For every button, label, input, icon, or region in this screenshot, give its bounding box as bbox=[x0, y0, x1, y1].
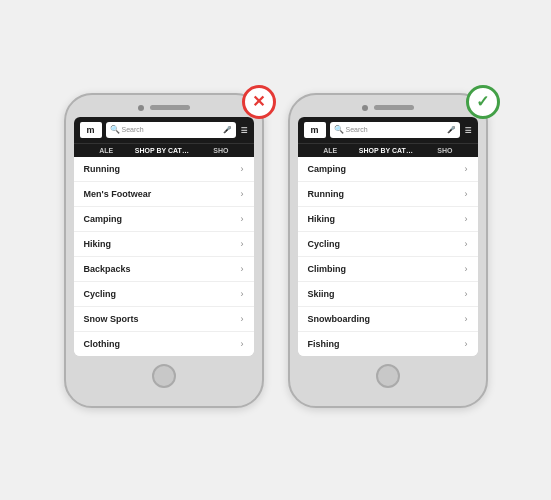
phone-bad: m 🔍 Search 🎤 ≡ALESHOP BY CATEGORYSHORunn… bbox=[64, 93, 264, 408]
category-name: Hiking bbox=[308, 214, 336, 224]
category-name: Camping bbox=[84, 214, 123, 224]
chevron-right-icon: › bbox=[465, 264, 468, 274]
category-list: Camping›Running›Hiking›Cycling›Climbing›… bbox=[298, 157, 478, 356]
list-item[interactable]: Camping› bbox=[74, 207, 254, 232]
chevron-right-icon: › bbox=[241, 339, 244, 349]
chevron-right-icon: › bbox=[465, 289, 468, 299]
list-item[interactable]: Hiking› bbox=[74, 232, 254, 257]
category-name: Backpacks bbox=[84, 264, 131, 274]
list-item[interactable]: Running› bbox=[74, 157, 254, 182]
list-item[interactable]: Snowboarding› bbox=[298, 307, 478, 332]
list-item[interactable]: Camping› bbox=[298, 157, 478, 182]
chevron-right-icon: › bbox=[465, 339, 468, 349]
badge-bad: ✕ bbox=[242, 85, 276, 119]
chevron-right-icon: › bbox=[241, 264, 244, 274]
search-box[interactable]: 🔍 Search 🎤 bbox=[330, 122, 461, 138]
top-navbar: m 🔍 Search 🎤 ≡ bbox=[298, 117, 478, 143]
phone-top bbox=[298, 105, 478, 111]
chevron-right-icon: › bbox=[241, 314, 244, 324]
mic-icon: 🎤 bbox=[447, 126, 456, 134]
phone-wrapper-bad: ✕m 🔍 Search 🎤 ≡ALESHOP BY CATEGORYSHORun… bbox=[64, 93, 264, 408]
brand-logo: m bbox=[80, 122, 102, 138]
category-name: Fishing bbox=[308, 339, 340, 349]
category-name: Cycling bbox=[84, 289, 117, 299]
phone-screen: m 🔍 Search 🎤 ≡ALESHOP BY CATEGORYSHORunn… bbox=[74, 117, 254, 356]
category-name: Clothing bbox=[84, 339, 121, 349]
search-icon: 🔍 bbox=[110, 125, 120, 134]
list-item[interactable]: Snow Sports› bbox=[74, 307, 254, 332]
nav-item-2[interactable]: SHO bbox=[192, 147, 249, 154]
speaker bbox=[150, 105, 190, 110]
list-item[interactable]: Hiking› bbox=[298, 207, 478, 232]
camera-dot bbox=[362, 105, 368, 111]
category-name: Camping bbox=[308, 164, 347, 174]
list-item[interactable]: Running› bbox=[298, 182, 478, 207]
phone-wrapper-good: ✓m 🔍 Search 🎤 ≡ALESHOP BY CATEGORYSHOCam… bbox=[288, 93, 488, 408]
category-name: Snowboarding bbox=[308, 314, 371, 324]
list-item[interactable]: Skiing› bbox=[298, 282, 478, 307]
nav-item-1: SHOP BY CATEGORY bbox=[359, 147, 416, 154]
category-name: Snow Sports bbox=[84, 314, 139, 324]
nav-item-2[interactable]: SHO bbox=[416, 147, 473, 154]
category-name: Running bbox=[84, 164, 121, 174]
list-item[interactable]: Backpacks› bbox=[74, 257, 254, 282]
search-icon: 🔍 bbox=[334, 125, 344, 134]
sub-navbar: ALESHOP BY CATEGORYSHO bbox=[74, 143, 254, 157]
chevron-right-icon: › bbox=[465, 214, 468, 224]
search-placeholder-text: Search bbox=[122, 126, 222, 133]
phone-screen: m 🔍 Search 🎤 ≡ALESHOP BY CATEGORYSHOCamp… bbox=[298, 117, 478, 356]
category-name: Skiing bbox=[308, 289, 335, 299]
nav-item-0[interactable]: ALE bbox=[78, 147, 135, 154]
nav-item-1: SHOP BY CATEGORY bbox=[135, 147, 192, 154]
badge-good: ✓ bbox=[466, 85, 500, 119]
list-item[interactable]: Fishing› bbox=[298, 332, 478, 356]
top-navbar: m 🔍 Search 🎤 ≡ bbox=[74, 117, 254, 143]
home-button[interactable] bbox=[376, 364, 400, 388]
list-item[interactable]: Cycling› bbox=[74, 282, 254, 307]
search-placeholder-text: Search bbox=[346, 126, 446, 133]
list-item[interactable]: Climbing› bbox=[298, 257, 478, 282]
camera-dot bbox=[138, 105, 144, 111]
chevron-right-icon: › bbox=[241, 189, 244, 199]
chevron-right-icon: › bbox=[241, 214, 244, 224]
list-item[interactable]: Men's Footwear› bbox=[74, 182, 254, 207]
mic-icon: 🎤 bbox=[223, 126, 232, 134]
chevron-right-icon: › bbox=[465, 189, 468, 199]
hamburger-menu[interactable]: ≡ bbox=[464, 124, 471, 136]
brand-logo: m bbox=[304, 122, 326, 138]
chevron-right-icon: › bbox=[465, 239, 468, 249]
category-name: Climbing bbox=[308, 264, 347, 274]
list-item[interactable]: Clothing› bbox=[74, 332, 254, 356]
category-list: Running›Men's Footwear›Camping›Hiking›Ba… bbox=[74, 157, 254, 356]
search-box[interactable]: 🔍 Search 🎤 bbox=[106, 122, 237, 138]
hamburger-menu[interactable]: ≡ bbox=[240, 124, 247, 136]
chevron-right-icon: › bbox=[241, 289, 244, 299]
category-name: Cycling bbox=[308, 239, 341, 249]
chevron-right-icon: › bbox=[241, 164, 244, 174]
sub-navbar: ALESHOP BY CATEGORYSHO bbox=[298, 143, 478, 157]
chevron-right-icon: › bbox=[465, 314, 468, 324]
phone-good: m 🔍 Search 🎤 ≡ALESHOP BY CATEGORYSHOCamp… bbox=[288, 93, 488, 408]
phone-top bbox=[74, 105, 254, 111]
speaker bbox=[374, 105, 414, 110]
phone-bottom bbox=[298, 364, 478, 388]
list-item[interactable]: Cycling› bbox=[298, 232, 478, 257]
chevron-right-icon: › bbox=[465, 164, 468, 174]
chevron-right-icon: › bbox=[241, 239, 244, 249]
category-name: Running bbox=[308, 189, 345, 199]
category-name: Men's Footwear bbox=[84, 189, 152, 199]
home-button[interactable] bbox=[152, 364, 176, 388]
category-name: Hiking bbox=[84, 239, 112, 249]
nav-item-0[interactable]: ALE bbox=[302, 147, 359, 154]
phone-bottom bbox=[74, 364, 254, 388]
